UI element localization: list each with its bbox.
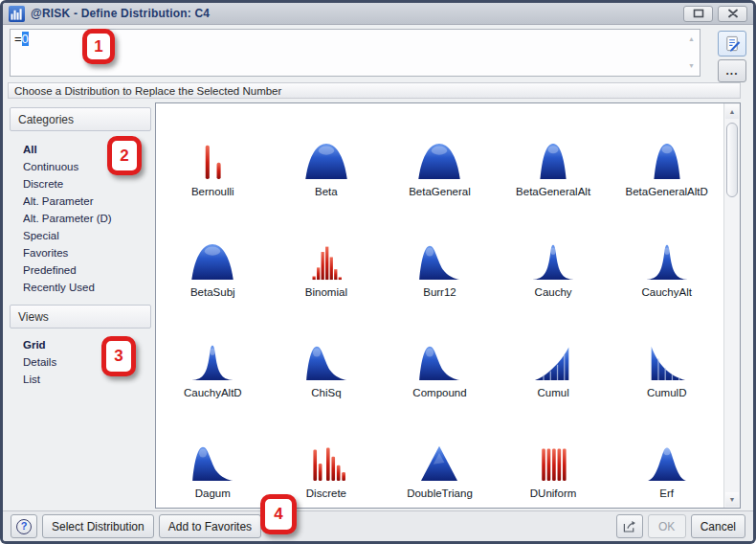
chisq-thumbnail-icon — [299, 342, 354, 382]
distribution-grid: Bernoulli Beta BetaGeneral BetaGeneralAl… — [156, 103, 723, 508]
dist-item-cauchyaltd[interactable]: CauchyAltD — [156, 307, 270, 408]
view-details[interactable]: Details — [23, 353, 56, 371]
doubletriang-thumbnail-icon — [411, 442, 467, 483]
footer-bar: ? Select Distribution Add to Favorites O… — [3, 510, 753, 541]
edit-document-icon — [723, 34, 742, 53]
dist-item-chisq[interactable]: ChiSq — [270, 307, 384, 408]
insert-in-cell-button[interactable] — [616, 514, 643, 538]
cumuld-thumbnail-icon — [639, 342, 695, 382]
categories-title: Categories — [18, 113, 74, 126]
beta-thumbnail-icon — [299, 141, 354, 181]
dist-item-erf[interactable]: Erf — [610, 408, 723, 509]
formula-prefix: = — [14, 32, 22, 46]
formula-scroll-down-icon[interactable]: ▼ — [688, 62, 695, 70]
dist-item-bernoulli[interactable]: Bernoulli — [156, 106, 270, 207]
dist-item-betageneralalt[interactable]: BetaGeneralAlt — [497, 106, 611, 207]
category-alt-parameter[interactable]: Alt. Parameter — [23, 193, 112, 210]
ok-button[interactable]: OK — [648, 514, 686, 538]
dist-label: CauchyAlt — [641, 286, 691, 298]
views-title: Views — [18, 310, 49, 324]
dist-item-doubletriang[interactable]: DoubleTriang — [383, 408, 497, 509]
dist-item-cauchyalt[interactable]: CauchyAlt — [610, 207, 723, 307]
view-list[interactable]: List — [23, 371, 56, 388]
category-discrete[interactable]: Discrete — [23, 175, 112, 193]
categories-header[interactable]: Categories — [10, 107, 151, 131]
annotation-badge-1: 1 — [82, 29, 115, 64]
dist-item-compound[interactable]: Compound — [383, 307, 497, 408]
duniform-thumbnail-icon — [525, 442, 581, 483]
category-alt-parameter-d[interactable]: Alt. Parameter (D) — [23, 210, 112, 227]
dagum-thumbnail-icon — [185, 442, 240, 483]
define-distribution-dialog: @RISK - Define Distribution: C4 =0 ▲ ▼ .… — [0, 0, 756, 544]
choose-distribution-header: Choose a Distribution to Replace the Sel… — [8, 82, 741, 99]
category-all[interactable]: All — [23, 141, 112, 158]
dist-label: Bernoulli — [191, 186, 234, 197]
binomial-thumbnail-icon — [299, 241, 354, 282]
more-options-button[interactable]: ... — [718, 59, 746, 82]
dist-item-duniform[interactable]: DUniform — [497, 408, 611, 509]
category-recently-used[interactable]: Recently Used — [23, 279, 112, 296]
distribution-grid-panel: Bernoulli Beta BetaGeneral BetaGeneralAl… — [155, 102, 741, 509]
help-button[interactable]: ? — [11, 514, 37, 538]
category-predefined[interactable]: Predefined — [23, 261, 112, 279]
betageneralalt-thumbnail-icon — [525, 141, 581, 181]
categories-list: All Continuous Discrete Alt. Parameter A… — [23, 141, 112, 296]
add-to-favorites-button[interactable]: Add to Favorites — [159, 514, 261, 538]
dist-item-binomial[interactable]: Binomial — [270, 207, 384, 307]
edit-formula-button[interactable] — [718, 31, 746, 57]
view-grid[interactable]: Grid — [23, 336, 56, 353]
bernoulli-thumbnail-icon — [185, 141, 240, 181]
dist-label: Beta — [315, 186, 338, 197]
grid-scrollbar[interactable]: ▲ ▼ — [723, 103, 740, 508]
export-arrow-icon — [621, 518, 637, 534]
dist-label: BetaGeneralAlt — [516, 186, 590, 197]
scrollbar-thumb[interactable] — [726, 123, 738, 197]
annotation-badge-2: 2 — [107, 136, 142, 175]
choose-distribution-label: Choose a Distribution to Replace the Sel… — [14, 85, 281, 97]
dist-item-betageneralaltd[interactable]: BetaGeneralAltD — [610, 106, 723, 207]
category-continuous[interactable]: Continuous — [23, 158, 112, 175]
dist-item-cumul[interactable]: Cumul — [497, 307, 611, 408]
dist-label: Erf — [659, 487, 674, 499]
dist-label: BetaSubj — [190, 286, 235, 298]
window-title: @RISK - Define Distribution: C4 — [31, 7, 210, 20]
dist-item-cumuld[interactable]: CumulD — [610, 307, 723, 408]
betageneralaltd-thumbnail-icon — [639, 141, 695, 181]
titlebar[interactable]: @RISK - Define Distribution: C4 — [3, 3, 753, 25]
dist-label: ChiSq — [311, 387, 341, 398]
category-special[interactable]: Special — [23, 227, 112, 244]
dist-label: Dagum — [195, 487, 231, 499]
dist-label: BetaGeneralAltD — [626, 186, 708, 197]
cauchy-thumbnail-icon — [525, 241, 581, 282]
dist-item-betasubj[interactable]: BetaSubj — [156, 207, 270, 307]
dist-label: Cumul — [537, 387, 568, 398]
dist-item-beta[interactable]: Beta — [270, 106, 384, 207]
formula-selected-value: 0 — [22, 32, 29, 46]
help-icon: ? — [16, 519, 32, 534]
formula-scroll-up-icon[interactable]: ▲ — [688, 35, 695, 43]
scroll-up-icon[interactable]: ▲ — [725, 104, 739, 119]
dist-item-betageneral[interactable]: BetaGeneral — [383, 106, 497, 207]
cauchyaltd-thumbnail-icon — [185, 342, 240, 382]
dist-label: BetaGeneral — [409, 186, 471, 197]
dist-item-dagum[interactable]: Dagum — [156, 408, 270, 509]
dist-label: DoubleTriang — [407, 487, 473, 499]
betasubj-thumbnail-icon — [185, 241, 240, 282]
cancel-button[interactable]: Cancel — [691, 514, 745, 538]
dist-label: Burr12 — [423, 286, 456, 298]
views-header[interactable]: Views — [10, 305, 151, 329]
scroll-down-icon[interactable]: ▼ — [725, 492, 739, 507]
dist-label: CauchyAltD — [184, 387, 242, 398]
burr12-thumbnail-icon — [411, 241, 467, 282]
maximize-button[interactable] — [683, 6, 713, 22]
discrete-thumbnail-icon — [299, 442, 354, 483]
compound-thumbnail-icon — [411, 342, 467, 382]
annotation-badge-3: 3 — [101, 336, 136, 376]
category-favorites[interactable]: Favorites — [23, 244, 112, 261]
risk-app-icon — [9, 6, 25, 22]
select-distribution-button[interactable]: Select Distribution — [42, 514, 154, 538]
dist-item-burr12[interactable]: Burr12 — [383, 207, 497, 307]
dist-item-cauchy[interactable]: Cauchy — [497, 207, 611, 307]
dist-label: CumulD — [647, 387, 687, 398]
close-button[interactable] — [718, 6, 747, 22]
